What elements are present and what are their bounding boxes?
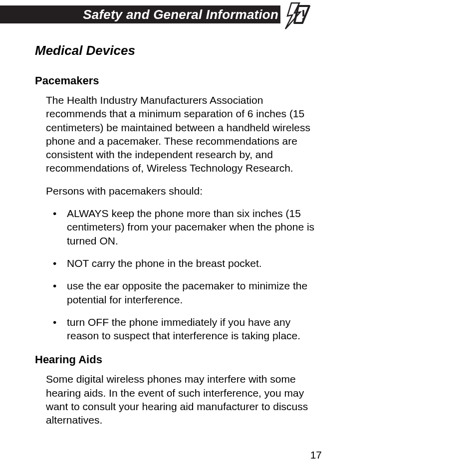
- list-item: use the ear opposite the pacemaker to mi…: [46, 279, 324, 306]
- list-item: NOT carry the phone in the breast pocket…: [46, 256, 324, 270]
- list-item: ALWAYS keep the phone more than six inch…: [46, 207, 324, 247]
- hearing-aids-heading: Hearing Aids: [35, 353, 324, 366]
- svg-rect-2: [302, 10, 304, 16]
- svg-rect-3: [302, 18, 304, 20]
- pacemakers-bullet-list: ALWAYS keep the phone more than six inch…: [46, 207, 324, 342]
- hearing-aids-paragraph: Some digital wireless phones may interfe…: [46, 372, 324, 427]
- pacemakers-paragraph-1: The Health Industry Manufacturers Associ…: [46, 93, 324, 175]
- header-bar: Safety and General Information: [0, 5, 280, 23]
- page-content: Medical Devices Pacemakers The Health In…: [35, 43, 324, 436]
- section-title: Medical Devices: [35, 43, 324, 58]
- list-item: turn OFF the phone immediately if you ha…: [46, 315, 324, 343]
- header-title: Safety and General Information: [83, 7, 278, 22]
- pacemakers-heading: Pacemakers: [35, 74, 324, 87]
- page-number: 17: [0, 449, 322, 461]
- pacemakers-paragraph-2: Persons with pacemakers should:: [46, 184, 324, 198]
- warning-bolt-icon: [280, 2, 311, 33]
